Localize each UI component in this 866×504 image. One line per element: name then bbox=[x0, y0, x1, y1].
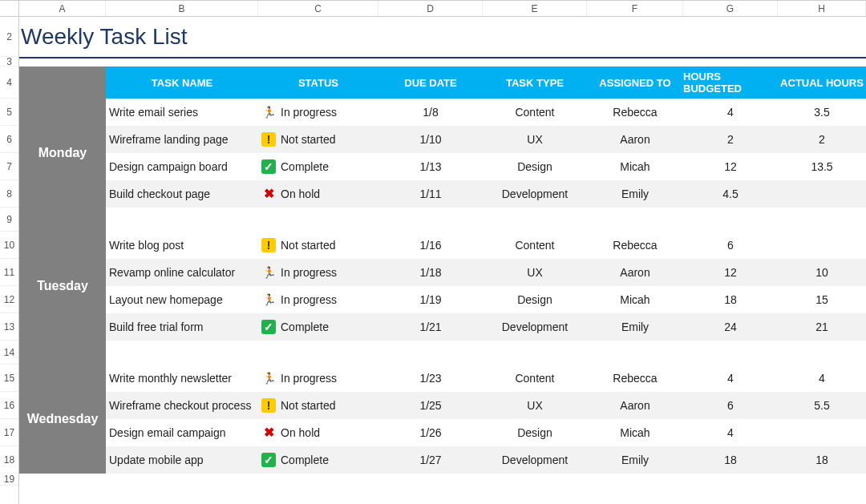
due-date-cell[interactable]: 1/23 bbox=[378, 365, 483, 392]
row-header-3[interactable]: 3 bbox=[0, 57, 18, 67]
task-name-cell[interactable]: Write email series bbox=[106, 99, 258, 126]
task-type-cell[interactable]: Content bbox=[483, 232, 587, 259]
row-header-15[interactable]: 15 bbox=[0, 365, 18, 392]
row-header-4[interactable]: 4 bbox=[0, 67, 18, 99]
row-header-19[interactable]: 19 bbox=[0, 474, 18, 486]
task-name-cell[interactable]: Build checkout page bbox=[106, 180, 258, 208]
row-header-10[interactable]: 10 bbox=[0, 232, 18, 259]
hours-budgeted-cell[interactable]: 6 bbox=[683, 392, 778, 419]
row-header-16[interactable]: 16 bbox=[0, 392, 18, 419]
row-header-12[interactable]: 12 bbox=[0, 286, 18, 313]
row-header-2[interactable]: 2 bbox=[0, 17, 18, 57]
row-header-8[interactable]: 8 bbox=[0, 180, 18, 208]
task-status-cell[interactable]: ✖On hold bbox=[258, 180, 378, 208]
row-header-17[interactable]: 17 bbox=[0, 419, 18, 446]
due-date-cell[interactable]: 1/16 bbox=[378, 232, 483, 259]
header-actual-hours[interactable]: ACTUAL HOURS bbox=[778, 67, 866, 99]
row-header-7[interactable]: 7 bbox=[0, 153, 18, 180]
task-type-cell[interactable]: Development bbox=[483, 313, 587, 341]
task-type-cell[interactable]: Development bbox=[483, 446, 587, 474]
task-status-cell[interactable]: 🏃In progress bbox=[258, 365, 378, 392]
actual-hours-cell[interactable]: 4 bbox=[778, 365, 866, 392]
due-date-cell[interactable]: 1/13 bbox=[378, 153, 483, 180]
due-date-cell[interactable]: 1/19 bbox=[378, 286, 483, 313]
task-type-cell[interactable]: Content bbox=[483, 99, 587, 126]
hours-budgeted-cell[interactable]: 6 bbox=[683, 232, 778, 259]
assigned-to-cell[interactable]: Rebecca bbox=[587, 365, 683, 392]
task-status-cell[interactable]: ✓Complete bbox=[258, 153, 378, 180]
actual-hours-cell[interactable] bbox=[778, 232, 866, 259]
due-date-cell[interactable]: 1/26 bbox=[378, 419, 483, 446]
hours-budgeted-cell[interactable]: 4 bbox=[683, 99, 778, 126]
hours-budgeted-cell[interactable]: 2 bbox=[683, 126, 778, 153]
hours-budgeted-cell[interactable]: 4 bbox=[683, 419, 778, 446]
actual-hours-cell[interactable]: 2 bbox=[778, 126, 866, 153]
actual-hours-cell[interactable] bbox=[778, 180, 866, 208]
hours-budgeted-cell[interactable]: 24 bbox=[683, 313, 778, 341]
task-status-cell[interactable]: ✖On hold bbox=[258, 419, 378, 446]
actual-hours-cell[interactable]: 13.5 bbox=[778, 153, 866, 180]
due-date-cell[interactable]: 1/11 bbox=[378, 180, 483, 208]
assigned-to-cell[interactable]: Rebecca bbox=[587, 232, 683, 259]
assigned-to-cell[interactable]: Emily bbox=[587, 313, 683, 341]
task-name-cell[interactable]: Update mobile app bbox=[106, 446, 258, 474]
task-name-cell[interactable]: Build free trial form bbox=[106, 313, 258, 341]
due-date-cell[interactable]: 1/10 bbox=[378, 126, 483, 153]
hours-budgeted-cell[interactable]: 18 bbox=[683, 286, 778, 313]
actual-hours-cell[interactable]: 18 bbox=[778, 446, 866, 474]
hours-budgeted-cell[interactable]: 4 bbox=[683, 365, 778, 392]
task-type-cell[interactable]: Design bbox=[483, 153, 587, 180]
task-status-cell[interactable]: 🏃In progress bbox=[258, 99, 378, 126]
column-header-A[interactable]: A bbox=[19, 1, 106, 16]
row-header-14[interactable]: 14 bbox=[0, 341, 18, 365]
due-date-cell[interactable]: 1/27 bbox=[378, 446, 483, 474]
header-status[interactable]: STATUS bbox=[258, 67, 378, 99]
task-name-cell[interactable]: Write blog post bbox=[106, 232, 258, 259]
task-status-cell[interactable]: 🏃In progress bbox=[258, 259, 378, 286]
task-type-cell[interactable]: UX bbox=[483, 259, 587, 286]
hours-budgeted-cell[interactable]: 4.5 bbox=[683, 180, 778, 208]
task-name-cell[interactable]: Design email campaign bbox=[106, 419, 258, 446]
assigned-to-cell[interactable]: Micah bbox=[587, 153, 683, 180]
assigned-to-cell[interactable]: Aaron bbox=[587, 126, 683, 153]
assigned-to-cell[interactable]: Micah bbox=[587, 286, 683, 313]
task-type-cell[interactable]: Development bbox=[483, 180, 587, 208]
column-header-F[interactable]: F bbox=[587, 1, 683, 16]
task-name-cell[interactable]: Design campaign board bbox=[106, 153, 258, 180]
row-header-6[interactable]: 6 bbox=[0, 126, 18, 153]
grid-area[interactable]: Weekly Task ListTASK NAMESTATUSDUE DATET… bbox=[19, 17, 866, 504]
task-name-cell[interactable]: Write monthly newsletter bbox=[106, 365, 258, 392]
hours-budgeted-cell[interactable]: 12 bbox=[683, 153, 778, 180]
assigned-to-cell[interactable]: Aaron bbox=[587, 392, 683, 419]
header-assigned-to[interactable]: ASSIGNED TO bbox=[587, 67, 683, 99]
assigned-to-cell[interactable]: Micah bbox=[587, 419, 683, 446]
column-header-H[interactable]: H bbox=[778, 1, 866, 16]
task-status-cell[interactable]: !Not started bbox=[258, 232, 378, 259]
task-status-cell[interactable]: ✓Complete bbox=[258, 446, 378, 474]
task-status-cell[interactable]: !Not started bbox=[258, 126, 378, 153]
hours-budgeted-cell[interactable]: 12 bbox=[683, 259, 778, 286]
hours-budgeted-cell[interactable]: 18 bbox=[683, 446, 778, 474]
actual-hours-cell[interactable]: 3.5 bbox=[778, 99, 866, 126]
actual-hours-cell[interactable]: 10 bbox=[778, 259, 866, 286]
header-due-date[interactable]: DUE DATE bbox=[378, 67, 483, 99]
task-type-cell[interactable]: Design bbox=[483, 419, 587, 446]
due-date-cell[interactable]: 1/18 bbox=[378, 259, 483, 286]
assigned-to-cell[interactable]: Emily bbox=[587, 446, 683, 474]
assigned-to-cell[interactable]: Aaron bbox=[587, 259, 683, 286]
task-name-cell[interactable]: Revamp online calculator bbox=[106, 259, 258, 286]
row-header-5[interactable]: 5 bbox=[0, 99, 18, 126]
actual-hours-cell[interactable]: 15 bbox=[778, 286, 866, 313]
task-status-cell[interactable]: ✓Complete bbox=[258, 313, 378, 341]
task-type-cell[interactable]: Content bbox=[483, 365, 587, 392]
assigned-to-cell[interactable]: Emily bbox=[587, 180, 683, 208]
header-task-name[interactable]: TASK NAME bbox=[106, 67, 258, 99]
row-header-18[interactable]: 18 bbox=[0, 446, 18, 474]
due-date-cell[interactable]: 1/21 bbox=[378, 313, 483, 341]
task-name-cell[interactable]: Wireframe landing page bbox=[106, 126, 258, 153]
row-header-13[interactable]: 13 bbox=[0, 313, 18, 341]
task-type-cell[interactable]: Design bbox=[483, 286, 587, 313]
task-name-cell[interactable]: Wireframe checkout process bbox=[106, 392, 258, 419]
column-header-C[interactable]: C bbox=[258, 1, 378, 16]
assigned-to-cell[interactable]: Rebecca bbox=[587, 99, 683, 126]
